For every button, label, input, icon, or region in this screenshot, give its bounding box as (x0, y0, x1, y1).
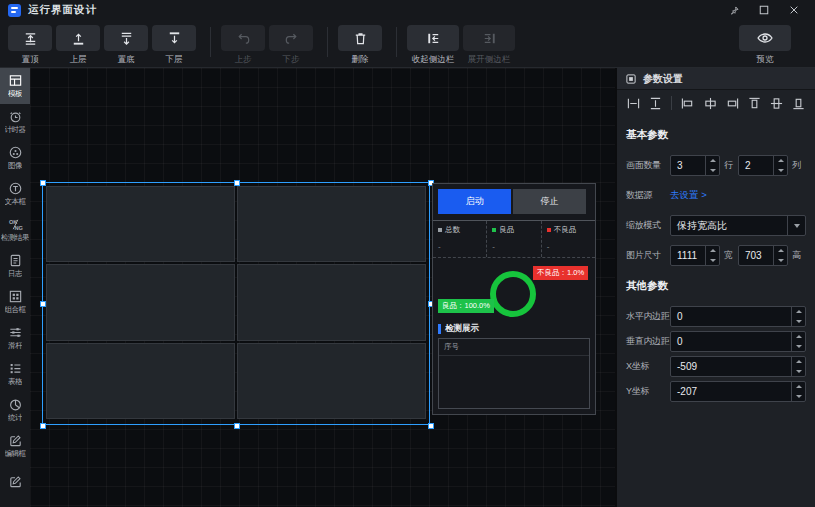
stepper-up-icon[interactable] (792, 382, 805, 392)
expand-sidebar-button[interactable]: 展开侧边栏 (463, 25, 515, 66)
inspector-panel: 参数设置 基本参数 画面数量 3 行 2 (615, 68, 815, 507)
combobox-icon (8, 289, 23, 304)
close-icon[interactable] (781, 1, 807, 19)
field-screen-count: 画面数量 3 行 2 列 (626, 155, 806, 176)
align-bottom-icon[interactable] (792, 97, 805, 110)
distribute-horizontal-icon[interactable] (627, 97, 640, 110)
expand-sidebar-icon (481, 30, 498, 47)
stepper-down-icon[interactable] (774, 256, 787, 266)
sidebar-item-detect-result[interactable]: OKNG 检测结果 (0, 212, 30, 248)
toolbar-divider (210, 27, 211, 57)
stepper-up-icon[interactable] (706, 246, 719, 256)
v-padding-stepper[interactable]: 0 (670, 331, 806, 352)
sidebar-item-log[interactable]: 日志 (0, 248, 30, 284)
result-table-header: 序号 (439, 339, 589, 356)
stepper-up-icon[interactable] (774, 156, 787, 166)
sidebar-item-slider[interactable]: 滑杆 (0, 320, 30, 356)
result-section-title: 检测展示 (445, 323, 479, 335)
stat-total-value: - (438, 242, 481, 251)
distribute-vertical-icon[interactable] (649, 97, 662, 110)
field-h-padding: 水平内边距 0 (626, 306, 806, 327)
screen-grid (46, 186, 426, 419)
preview-button[interactable]: 预览 (739, 25, 791, 66)
x-coord-stepper[interactable]: -509 (670, 356, 806, 377)
resize-handle-top[interactable] (234, 180, 240, 186)
maximize-icon[interactable] (751, 1, 777, 19)
layer-down-button[interactable]: 下层 (152, 25, 196, 66)
rows-stepper[interactable]: 3 (670, 155, 720, 176)
layer-up-button[interactable]: 上层 (56, 25, 100, 66)
align-center-horizontal-icon[interactable] (704, 97, 717, 110)
undo-button[interactable]: 上步 (221, 25, 265, 66)
field-v-padding: 垂直内边距 0 (626, 331, 806, 352)
sidebar-item-table[interactable]: 表格 (0, 356, 30, 392)
stop-button[interactable]: 停止 (513, 189, 586, 214)
stepper-down-icon[interactable] (792, 317, 805, 327)
okng-icon: OKNG (8, 217, 23, 232)
align-left-icon[interactable] (681, 97, 694, 110)
resize-handle-top-left[interactable] (40, 180, 46, 186)
resize-handle-bottom-right[interactable] (428, 423, 434, 429)
stepper-down-icon[interactable] (706, 166, 719, 176)
editbox-icon (8, 474, 23, 489)
start-button[interactable]: 启动 (438, 189, 511, 214)
sidebar-item-image[interactable]: 图像 (0, 140, 30, 176)
sidebar-item-textbox[interactable]: 文本框 (0, 176, 30, 212)
defect-rate-badge: 不良品：1.0% (533, 266, 588, 280)
cols-stepper[interactable]: 2 (738, 155, 788, 176)
redo-button[interactable]: 下步 (269, 25, 313, 66)
resize-handle-bottom[interactable] (234, 423, 240, 429)
align-middle-vertical-icon[interactable] (770, 97, 783, 110)
sidebar-item-stats[interactable]: 统计 (0, 392, 30, 428)
data-source-link[interactable]: 去设置 > (670, 189, 707, 202)
resize-handle-left[interactable] (40, 301, 46, 307)
stepper-up-icon[interactable] (792, 357, 805, 367)
sidebar-item-combobox[interactable]: 组合框 (0, 284, 30, 320)
sidebar-item-extra[interactable] (0, 464, 30, 500)
chevron-down-icon[interactable] (787, 216, 805, 235)
selected-grid-element[interactable] (42, 182, 430, 425)
result-table: 序号 (438, 338, 590, 409)
send-to-back-button[interactable]: 置底 (104, 25, 148, 66)
align-toolbar (617, 90, 815, 116)
bring-to-front-button[interactable]: 置顶 (8, 25, 52, 66)
stats-row: 总数 - 良品 - 不良品 - (433, 220, 595, 258)
image-icon (8, 145, 23, 160)
collapse-sidebar-button[interactable]: 收起侧边栏 (407, 25, 459, 66)
stepper-up-icon[interactable] (774, 246, 787, 256)
stepper-up-icon[interactable] (706, 156, 719, 166)
align-top-icon[interactable] (748, 97, 761, 110)
image-height-stepper[interactable]: 703 (738, 245, 788, 266)
pin-icon[interactable] (721, 1, 747, 19)
h-padding-stepper[interactable]: 0 (670, 306, 806, 327)
resize-handle-bottom-left[interactable] (40, 423, 46, 429)
stepper-down-icon[interactable] (774, 166, 787, 176)
editbox-icon (8, 433, 23, 448)
good-rate-badge: 良品：100.0% (438, 299, 494, 313)
scale-mode-select[interactable]: 保持宽高比 (670, 215, 806, 236)
stepper-down-icon[interactable] (792, 367, 805, 377)
stepper-down-icon[interactable] (706, 256, 719, 266)
delete-button[interactable]: 删除 (338, 25, 382, 66)
stepper-up-icon[interactable] (792, 332, 805, 342)
inspector-title: 参数设置 (643, 72, 683, 86)
y-coord-stepper[interactable]: -207 (670, 381, 806, 402)
rate-chart: 不良品：1.0% 良品：100.0% (433, 258, 595, 320)
sidebar-item-timer[interactable]: 计时器 (0, 104, 30, 140)
stepper-down-icon[interactable] (792, 392, 805, 402)
field-x-coord: X坐标 -509 (626, 356, 806, 377)
sidebar-item-editbox[interactable]: 编辑框 (0, 428, 30, 464)
sidebar-item-template[interactable]: 模板 (0, 68, 30, 104)
total-dot-icon (438, 228, 442, 232)
stats-icon (8, 397, 23, 412)
settings-panel-icon (625, 73, 637, 85)
stepper-up-icon[interactable] (792, 307, 805, 317)
monitor-widget[interactable]: 启动 停止 总数 - 良品 - 不良品 - 不良品：1.0% (432, 183, 596, 415)
image-width-stepper[interactable]: 1111 (670, 245, 720, 266)
template-icon (8, 73, 23, 88)
design-canvas[interactable]: 启动 停止 总数 - 良品 - 不良品 - 不良品：1.0% (30, 68, 615, 507)
table-icon (8, 361, 23, 376)
stepper-down-icon[interactable] (792, 342, 805, 352)
align-right-icon[interactable] (726, 97, 739, 110)
section-basic-params: 基本参数 (626, 128, 806, 142)
